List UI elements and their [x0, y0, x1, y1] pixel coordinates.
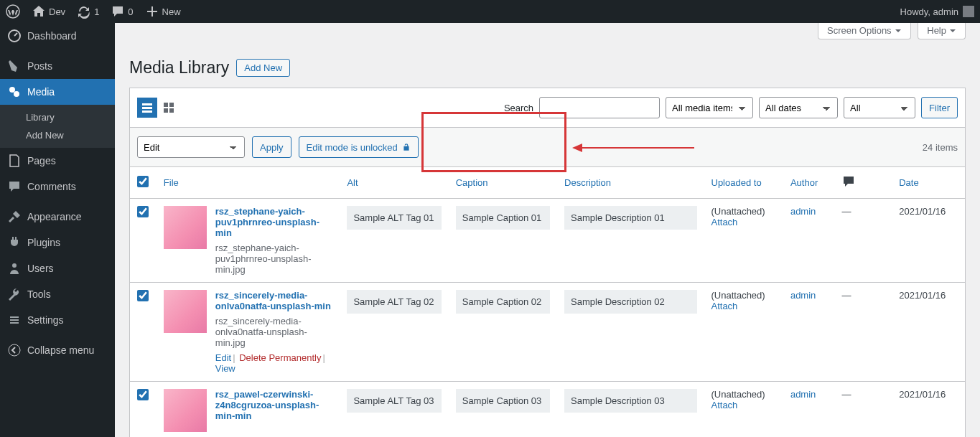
row-checkbox[interactable]	[137, 206, 149, 217]
menu-settings[interactable]: Settings	[0, 307, 115, 333]
row-action-delete[interactable]: Delete Permanently	[239, 352, 321, 363]
menu-tools[interactable]: Tools	[0, 281, 115, 307]
wp-logo[interactable]	[0, 0, 26, 23]
media-title-link[interactable]: rsz_sincerely-media-onlva0natfa-unsplash…	[215, 290, 331, 311]
menu-media[interactable]: Media	[0, 79, 115, 105]
menu-comments[interactable]: Comments	[0, 174, 115, 199]
media-list-table: File Alt Caption Description Uploaded to…	[129, 167, 966, 437]
comments-cell: —	[834, 199, 892, 283]
admin-menu: Dashboard Posts Media Library Add New Pa…	[0, 23, 115, 437]
description-cell[interactable]: Sample Description 02	[564, 290, 696, 314]
media-title-link[interactable]: rsz_pawel-czerwinski-z4n8cgruzoa-unsplas…	[215, 389, 319, 421]
howdy-account[interactable]: Howdy, admin	[895, 0, 980, 23]
media-title-link[interactable]: rsz_stephane-yaich-puv1phrnreo-unsplash-…	[215, 206, 319, 238]
col-author[interactable]: Author	[790, 177, 818, 188]
media-thumbnail[interactable]	[164, 206, 207, 249]
media-toolbar: Search All media items All dates All Fil…	[129, 88, 966, 128]
admin-bar: Dev 1 0 New Howdy, admin	[0, 0, 980, 23]
author-link[interactable]: admin	[790, 206, 816, 217]
bulk-action-select[interactable]: Edit	[137, 136, 245, 158]
menu-pages[interactable]: Pages	[0, 148, 115, 174]
comments-cell: —	[834, 283, 892, 382]
description-cell[interactable]: Sample Description 01	[564, 206, 696, 230]
uploaded-to-text: (Unattached)	[711, 389, 765, 400]
menu-dashboard[interactable]: Dashboard	[0, 23, 115, 49]
uploaded-to-text: (Unattached)	[711, 290, 765, 301]
alt-cell[interactable]: Sample ALT Tag 01	[347, 206, 441, 230]
filter-category-select[interactable]: All	[844, 97, 915, 118]
author-link[interactable]: admin	[790, 389, 816, 400]
svg-point-4	[12, 263, 17, 268]
screen-options-tab[interactable]: Screen Options	[818, 23, 911, 39]
col-comments[interactable]	[834, 167, 892, 199]
updates-icon[interactable]: 1	[71, 0, 105, 23]
submenu-addnew[interactable]: Add New	[0, 126, 115, 144]
row-checkbox[interactable]	[137, 290, 149, 301]
caption-cell[interactable]: Sample Caption 03	[456, 389, 550, 413]
submenu-media: Library Add New	[0, 105, 115, 148]
menu-users[interactable]: Users	[0, 255, 115, 281]
search-input[interactable]	[539, 97, 660, 118]
attach-link[interactable]: Attach	[711, 217, 738, 227]
view-grid-button[interactable]	[159, 98, 179, 118]
bulk-actions-bar: Edit Apply Edit mode is unlocked 24 item…	[129, 128, 966, 167]
comments-icon[interactable]: 0	[105, 0, 139, 23]
col-date[interactable]: Date	[899, 177, 918, 188]
table-row: rsz_pawel-czerwinski-z4n8cgruzoa-unsplas…	[130, 382, 966, 438]
select-all-checkbox[interactable]	[137, 176, 149, 187]
uploaded-to-text: (Unattached)	[711, 206, 765, 217]
col-alt[interactable]: Alt	[347, 177, 358, 188]
annotation-arrow	[572, 141, 694, 157]
date-cell: 2021/01/16	[892, 283, 965, 382]
edit-mode-toggle[interactable]: Edit mode is unlocked	[299, 136, 419, 158]
apply-button[interactable]: Apply	[252, 136, 291, 158]
row-action-edit[interactable]: Edit	[215, 352, 231, 363]
date-cell: 2021/01/16	[892, 382, 965, 438]
add-new-button[interactable]: Add New	[236, 59, 290, 77]
search-label: Search	[504, 103, 533, 113]
caption-cell[interactable]: Sample Caption 02	[456, 290, 550, 314]
row-action-view[interactable]: View	[215, 363, 235, 374]
screen-meta-links: Screen Options Help	[813, 23, 966, 39]
home-icon[interactable]: Dev	[26, 0, 71, 23]
attach-link[interactable]: Attach	[711, 400, 738, 410]
col-file[interactable]: File	[164, 177, 179, 188]
unlock-icon	[402, 143, 411, 151]
table-row: rsz_stephane-yaich-puv1phrnreo-unsplash-…	[130, 199, 966, 283]
submenu-library[interactable]: Library	[0, 108, 115, 126]
filter-type-select[interactable]: All media items	[666, 97, 753, 118]
row-actions: Edit| Delete Permanently| View	[215, 352, 333, 374]
menu-collapse[interactable]: Collapse menu	[0, 337, 115, 363]
alt-cell[interactable]: Sample ALT Tag 03	[347, 389, 441, 413]
menu-posts[interactable]: Posts	[0, 53, 115, 79]
col-description[interactable]: Description	[564, 177, 611, 188]
media-filename: rsz_stephane-yaich-puv1phrnreo-unsplash-…	[215, 243, 333, 275]
avatar	[963, 6, 974, 17]
svg-point-2	[9, 87, 15, 93]
media-thumbnail[interactable]	[164, 389, 207, 432]
menu-plugins[interactable]: Plugins	[0, 230, 115, 255]
col-caption[interactable]: Caption	[456, 177, 488, 188]
help-tab[interactable]: Help	[918, 23, 966, 39]
filter-button[interactable]: Filter	[921, 97, 958, 118]
caption-cell[interactable]: Sample Caption 01	[456, 206, 550, 230]
chevron-down-icon	[949, 27, 956, 34]
filter-date-select[interactable]: All dates	[759, 97, 838, 118]
chevron-down-icon	[895, 27, 902, 34]
svg-point-3	[14, 91, 19, 97]
row-checkbox[interactable]	[137, 389, 149, 400]
media-thumbnail[interactable]	[164, 290, 207, 333]
media-filename: rsz_sincerely-media-onlva0natfa-unsplash…	[215, 316, 333, 348]
table-row: rsz_sincerely-media-onlva0natfa-unsplash…	[130, 283, 966, 382]
description-cell[interactable]: Sample Description 03	[564, 389, 696, 413]
col-uploaded-to[interactable]: Uploaded to	[711, 177, 762, 188]
attach-link[interactable]: Attach	[711, 301, 738, 311]
page-title: Media Library	[129, 58, 229, 77]
svg-point-5	[9, 344, 20, 356]
view-list-button[interactable]	[137, 98, 157, 118]
alt-cell[interactable]: Sample ALT Tag 02	[347, 290, 441, 314]
author-link[interactable]: admin	[790, 290, 816, 301]
new-content[interactable]: New	[139, 0, 187, 23]
menu-appearance[interactable]: Appearance	[0, 204, 115, 230]
comment-icon	[841, 174, 856, 189]
